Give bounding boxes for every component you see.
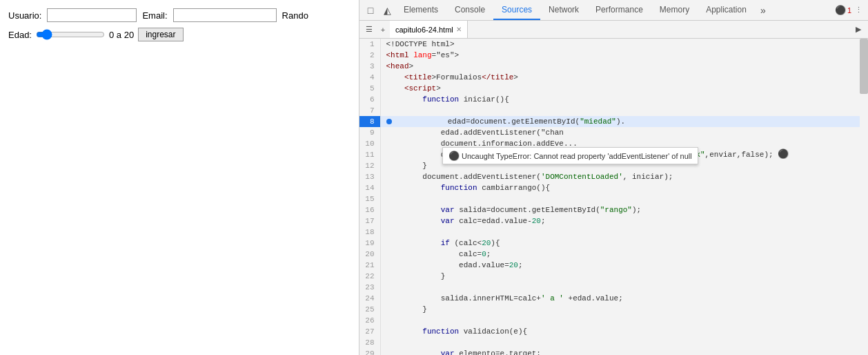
line-number: 15 [359,193,380,204]
more-tabs[interactable]: » [755,5,771,16]
edad-row: Edad: 0 a 20 ingresar [8,28,351,41]
code-scroll[interactable]: 1<!DOCTYPE html>2<html lang="es">3<head>… [359,39,868,355]
tab-application[interactable]: Application [698,0,755,20]
tab-elements[interactable]: Elements [395,0,446,20]
error-tooltip: ⚫ Uncaught TypeError: Cannot read proper… [442,147,698,164]
tab-network[interactable]: Network [540,0,587,20]
line-number: 6 [359,94,380,105]
file-tab-expand-icon[interactable]: ▶ [851,23,865,37]
line-content: var calc=edad.value-20; [380,215,868,227]
line-content: function iniciar(){ [380,94,868,105]
tab-performance[interactable]: Performance [587,0,651,20]
line-number: 24 [359,293,380,304]
line-number: 19 [359,238,380,249]
line-content: if (calc<20){ [380,238,868,249]
line-number: 23 [359,282,380,293]
line-content [380,282,868,293]
tab-memory[interactable]: Memory [651,0,698,20]
devtools-tabs: Elements Console Sources Network Perform… [395,0,771,20]
line-content [380,193,868,204]
usuario-row: Usuario: Email: Rando [8,8,351,22]
scrollbar-thumb[interactable] [860,39,868,94]
line-number: 1 [359,39,380,50]
scrollbar-track[interactable] [860,39,868,355]
inspect-icon[interactable]: □ [362,2,379,19]
line-content: <title>Formulaios</title> [380,72,868,83]
line-number: 22 [359,271,380,282]
line-content: <!DOCTYPE html> [380,39,868,50]
file-tab-capitulo[interactable]: capitulo6-24.html ✕ [390,21,468,38]
line-content: edad.value=20; [380,260,868,271]
line-content: edad=document.getElementById("miedad"). [380,116,868,127]
line-content: var salida=document.getElementById("rang… [380,204,868,215]
line-content: <head> [380,61,868,72]
line-number: 10 [359,138,380,149]
tab-sources[interactable]: Sources [493,0,540,20]
line-number: 11 [359,149,380,160]
line-content: } [380,271,868,282]
line-number: 7 [359,105,380,116]
line-content: document.addEventListener('DOMContentLoa… [380,171,868,182]
devtools-expand-icon[interactable]: ⋮ [851,3,865,17]
usuario-label: Usuario: [8,10,41,21]
line-content: function validacion(e){ [380,326,868,337]
line-number: 21 [359,260,380,271]
code-table: 1<!DOCTYPE html>2<html lang="es">3<head>… [359,39,868,355]
line-content: calc=0; [380,249,868,260]
error-badge: ⚫ 1 [835,5,851,15]
file-tab-bar: ☰ + capitulo6-24.html ✕ ▶ [359,21,868,39]
line-number: 17 [359,215,380,227]
edad-label: Edad: [8,30,32,40]
line-number: 29 [359,348,380,355]
line-content [380,105,868,116]
range-display: 0 a 20 [109,30,134,40]
usuario-input[interactable] [47,8,137,22]
ingresar-button[interactable]: ingresar [138,28,183,41]
devtools-panel: □ ◭ Elements Console Sources Network Per… [359,0,868,355]
error-tooltip-text: Uncaught TypeError: Cannot read property… [462,152,692,160]
line-content: var elemento=e.target; [380,348,868,355]
tab-console[interactable]: Console [446,0,493,20]
line-error-icon: ⚫ [778,149,789,160]
code-area: 1<!DOCTYPE html>2<html lang="es">3<head>… [359,39,868,355]
line-number: 27 [359,326,380,337]
line-number: 25 [359,304,380,315]
random-button[interactable]: Rando [282,10,308,21]
line-number: 18 [359,227,380,238]
line-content: <html lang="es"> [380,50,868,61]
line-content: function cambiarrango(){ [380,182,868,193]
line-content: salida.innerHTML=calc+' a ' +edad.value; [380,293,868,304]
line-number: 13 [359,171,380,182]
line-number: 26 [359,315,380,326]
line-content [380,315,868,326]
edad-range[interactable] [36,29,105,40]
line-number: 5 [359,83,380,94]
line-content: <script> [380,83,868,94]
line-content [380,227,868,238]
error-circle-icon: ⚫ [835,5,846,15]
line-number: 2 [359,50,380,61]
line-number: 20 [359,249,380,260]
page-preview: Usuario: Email: Rando Edad: 0 a 20 ingre… [0,0,359,355]
line-number: 16 [359,204,380,215]
devtools-toolbar: □ ◭ Elements Console Sources Network Per… [359,0,868,21]
email-label: Email: [142,10,167,21]
file-tab-close-icon[interactable]: ✕ [456,26,462,33]
email-input[interactable] [173,8,277,22]
line-content: edad.addEventListener("chan [380,127,868,138]
line-number: 3 [359,61,380,72]
toggle-sidebar-icon[interactable]: ☰ [362,23,376,37]
line-content [380,337,868,348]
line-number: 12 [359,160,380,171]
line-content: } [380,304,868,315]
new-file-icon[interactable]: + [376,23,390,37]
file-tab-name: capitulo6-24.html [395,26,453,34]
line-number: 28 [359,337,380,348]
line-number: 4 [359,72,380,83]
line-number: 14 [359,182,380,193]
line-number: 9 [359,127,380,138]
line-number: 8 [359,116,380,127]
device-icon[interactable]: ◭ [379,2,395,19]
